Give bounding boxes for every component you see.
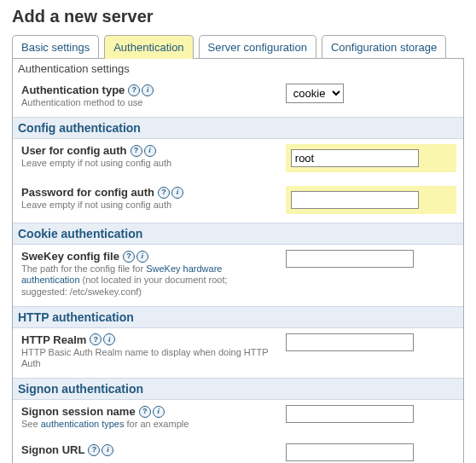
row-signon-url: Signon URL ? i xyxy=(13,438,463,463)
config-user-label: User for config auth xyxy=(21,144,127,157)
config-user-input[interactable] xyxy=(291,149,419,167)
config-password-input[interactable] xyxy=(291,191,419,209)
swekey-hint: The path for the config file for SweKey … xyxy=(21,263,274,298)
help-icon[interactable]: ? xyxy=(128,84,140,96)
swekey-input[interactable] xyxy=(286,250,414,268)
panel-title: Authentication settings xyxy=(13,59,463,78)
row-config-user: User for config auth ? i Leave empty if … xyxy=(13,139,463,181)
info-icon[interactable]: i xyxy=(171,187,183,199)
page-title: Add a new server xyxy=(12,7,476,26)
auth-type-hint: Authentication method to use xyxy=(21,97,274,108)
config-user-hint: Leave empty if not using config auth xyxy=(21,158,274,169)
signon-name-hint: See authentication types for an example xyxy=(21,419,274,430)
info-icon[interactable]: i xyxy=(144,145,156,157)
signon-name-label: Signon session name xyxy=(21,405,136,418)
group-http-auth: HTTP authentication xyxy=(13,306,463,328)
info-icon[interactable]: i xyxy=(136,251,148,263)
settings-panel: Authentication settings Authentication t… xyxy=(12,58,464,463)
help-icon[interactable]: ? xyxy=(131,145,142,157)
signon-url-label: Signon URL xyxy=(21,443,84,456)
row-auth-type: Authentication type ? i Authentication m… xyxy=(13,78,463,117)
help-icon[interactable]: ? xyxy=(158,187,170,199)
group-config-auth: Config authentication xyxy=(13,117,463,139)
info-icon[interactable]: i xyxy=(103,333,115,345)
help-icon[interactable]: ? xyxy=(123,251,135,263)
tab-bar: Basic settings Authentication Server con… xyxy=(0,35,476,59)
config-password-hint: Leave empty if not using config auth xyxy=(21,200,274,211)
config-password-label: Password for config auth xyxy=(21,186,154,199)
auth-type-select[interactable]: cookie xyxy=(286,84,344,103)
tab-configuration-storage[interactable]: Configuration storage xyxy=(322,35,446,59)
signon-name-input[interactable] xyxy=(286,405,414,423)
info-icon[interactable]: i xyxy=(153,406,165,418)
auth-types-link[interactable]: authentication types xyxy=(41,419,125,429)
group-cookie-auth: Cookie authentication xyxy=(13,223,463,245)
row-signon-name: Signon session name ? i See authenticati… xyxy=(13,400,463,438)
row-swekey: SweKey config file ? i The path for the … xyxy=(13,245,463,306)
tab-authentication[interactable]: Authentication xyxy=(104,35,193,59)
tab-basic-settings[interactable]: Basic settings xyxy=(12,35,99,59)
info-icon[interactable]: i xyxy=(102,444,113,456)
row-config-password: Password for config auth ? i Leave empty… xyxy=(13,181,463,223)
http-realm-input[interactable] xyxy=(286,333,414,351)
info-icon[interactable]: i xyxy=(142,84,154,96)
row-http-realm: HTTP Realm ? i HTTP Basic Auth Realm nam… xyxy=(13,328,463,378)
group-signon-auth: Signon authentication xyxy=(13,378,463,400)
tab-server-configuration[interactable]: Server configuration xyxy=(199,35,316,59)
help-icon[interactable]: ? xyxy=(88,444,100,456)
signon-url-input[interactable] xyxy=(286,443,414,461)
http-realm-hint: HTTP Basic Auth Realm name to display wh… xyxy=(21,347,274,369)
auth-type-label: Authentication type xyxy=(21,84,125,96)
http-realm-label: HTTP Realm xyxy=(21,333,86,346)
help-icon[interactable]: ? xyxy=(139,406,151,418)
swekey-label: SweKey config file xyxy=(21,250,119,263)
help-icon[interactable]: ? xyxy=(90,333,102,345)
